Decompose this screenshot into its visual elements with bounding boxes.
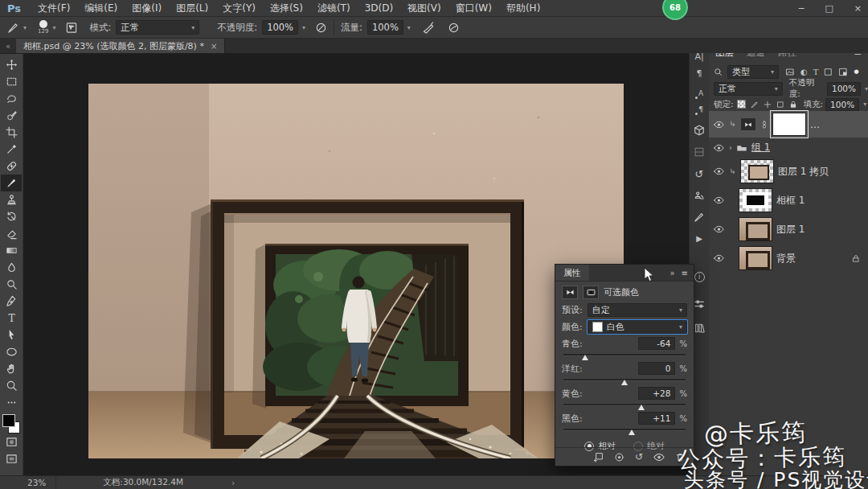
- pen-tool[interactable]: [1, 293, 22, 310]
- hand-tool[interactable]: [1, 360, 22, 377]
- layer-row-layer1[interactable]: 图层 1: [709, 216, 868, 243]
- menu-select[interactable]: 选择(S): [263, 2, 310, 15]
- visibility-eye-icon[interactable]: [712, 254, 725, 262]
- layer-name[interactable]: …: [810, 119, 820, 130]
- screen-mode-toggle[interactable]: [1, 450, 22, 467]
- filter-type-select[interactable]: 类型 ▾: [727, 65, 779, 79]
- path-selection-tool[interactable]: [1, 327, 22, 343]
- layer-row-background[interactable]: 背景: [709, 244, 868, 272]
- properties-panel-icon[interactable]: [690, 144, 709, 160]
- pressure-opacity-icon[interactable]: [315, 22, 327, 34]
- filter-adjustment-layers-icon[interactable]: ◐: [800, 68, 808, 76]
- close-tab-icon[interactable]: ×: [211, 42, 217, 51]
- mask-link-icon[interactable]: [761, 121, 768, 129]
- selective-color-adjustment-icon[interactable]: [740, 117, 756, 131]
- mask-target-icon[interactable]: [583, 286, 599, 299]
- filter-shape-layers-icon[interactable]: [824, 68, 833, 76]
- layer-thumbnail[interactable]: [740, 159, 774, 183]
- layer-mask-thumbnail[interactable]: [739, 188, 772, 212]
- filter-type-layers-icon[interactable]: T: [813, 68, 819, 76]
- reset-icon[interactable]: ↺: [635, 451, 643, 462]
- clip-to-layer-icon[interactable]: [593, 452, 604, 462]
- slider-thumb[interactable]: [582, 355, 588, 360]
- filter-pixel-layers-icon[interactable]: [785, 68, 795, 76]
- visibility-eye-icon[interactable]: [712, 144, 725, 152]
- view-previous-state-icon[interactable]: [614, 452, 624, 462]
- 3d-panel-icon[interactable]: [690, 122, 709, 138]
- menu-view[interactable]: 视图(V): [400, 2, 448, 15]
- visibility-eye-icon[interactable]: [653, 452, 665, 462]
- menu-window[interactable]: 窗口(W): [448, 2, 499, 15]
- layer-blend-mode-select[interactable]: 正常 ▾: [714, 82, 783, 96]
- status-arrow-icon[interactable]: ›: [231, 478, 235, 487]
- gradient-tool[interactable]: [1, 242, 22, 259]
- brush-settings-panel-icon[interactable]: [690, 209, 709, 225]
- selective-color-adjustment-icon[interactable]: [562, 286, 578, 299]
- more-tools-icon[interactable]: [1, 394, 22, 411]
- layer-row-frame1[interactable]: 相框 1: [709, 187, 868, 214]
- eyedropper-tool[interactable]: [1, 141, 22, 158]
- blur-tool[interactable]: [1, 259, 22, 276]
- slider-value-input[interactable]: +11: [638, 412, 675, 425]
- foreground-background-swatches[interactable]: [2, 414, 20, 434]
- layer-row-selective-color[interactable]: …: [709, 111, 868, 138]
- brush-settings-toggle-icon[interactable]: [65, 22, 78, 34]
- panel-menu-icon[interactable]: ≡: [682, 269, 688, 277]
- crop-tool[interactable]: [1, 124, 22, 141]
- menu-layer[interactable]: 图层(L): [169, 2, 215, 15]
- visibility-eye-icon[interactable]: [712, 121, 725, 129]
- lock-transparency-icon[interactable]: [737, 100, 746, 109]
- zoom-level-input[interactable]: 23%: [0, 476, 56, 489]
- menu-file[interactable]: 文件(F): [31, 2, 77, 15]
- close-button[interactable]: ×: [854, 3, 862, 14]
- brush-tool[interactable]: [1, 175, 22, 191]
- character-styles-panel-icon[interactable]: A: [690, 85, 709, 101]
- slider-value-input[interactable]: 0: [638, 362, 675, 375]
- menu-help[interactable]: 帮助(H): [499, 2, 547, 15]
- dodge-tool[interactable]: [1, 276, 22, 293]
- layer-name[interactable]: 背景: [776, 252, 796, 265]
- move-tool[interactable]: [1, 56, 22, 73]
- eraser-tool[interactable]: [1, 225, 22, 242]
- collapse-panel-icon[interactable]: »: [669, 269, 674, 277]
- clone-source-panel-icon[interactable]: [690, 188, 709, 204]
- layer-row-layer1-copy[interactable]: 图层 1 拷贝: [709, 158, 868, 185]
- chevron-down-icon[interactable]: ▾: [865, 85, 868, 92]
- layer-name[interactable]: 图层 1: [776, 223, 805, 236]
- lock-artboard-icon[interactable]: [776, 101, 784, 109]
- history-brush-tool[interactable]: [1, 208, 22, 225]
- quick-selection-tool[interactable]: [1, 107, 22, 124]
- paragraph-styles-panel-icon[interactable]: ¶: [690, 101, 709, 117]
- visibility-eye-icon[interactable]: [712, 196, 725, 204]
- menu-type[interactable]: 文字(Y): [215, 2, 263, 15]
- layer-name[interactable]: 相框 1: [776, 194, 805, 208]
- properties-header[interactable]: 属性 » ≡: [555, 265, 694, 281]
- maximize-button[interactable]: □: [825, 3, 833, 14]
- layer-mask-thumbnail[interactable]: [772, 113, 806, 136]
- brush-tool-icon[interactable]: [7, 22, 19, 34]
- collapse-icon[interactable]: «: [0, 39, 16, 53]
- actions-panel-icon[interactable]: ▶: [690, 230, 709, 246]
- slider-track[interactable]: [563, 377, 686, 385]
- opacity-input[interactable]: 100%: [262, 20, 298, 35]
- layer-thumbnail[interactable]: [739, 246, 772, 270]
- lasso-tool[interactable]: [1, 90, 22, 107]
- lock-all-icon[interactable]: [789, 101, 797, 109]
- preset-select[interactable]: 自定 ▾: [588, 303, 687, 317]
- layer-name[interactable]: 图层 1 拷贝: [778, 165, 829, 179]
- tab-properties[interactable]: 属性: [555, 265, 589, 281]
- layer-name[interactable]: 组 1: [751, 141, 770, 154]
- slider-track[interactable]: [563, 352, 686, 360]
- slider-value-input[interactable]: -64: [638, 337, 675, 350]
- chevron-down-icon[interactable]: ▾: [302, 24, 305, 31]
- minimize-button[interactable]: ─: [799, 3, 805, 14]
- menu-3d[interactable]: 3D(D): [358, 2, 400, 14]
- pressure-size-icon[interactable]: [448, 22, 460, 34]
- filter-smart-objects-icon[interactable]: [838, 68, 848, 76]
- clone-stamp-tool[interactable]: [1, 191, 22, 208]
- group-expand-icon[interactable]: ›: [729, 143, 732, 152]
- menu-edit[interactable]: 编辑(E): [77, 2, 125, 15]
- foreground-color-swatch[interactable]: [2, 414, 15, 427]
- airbrush-icon[interactable]: [422, 22, 435, 34]
- slider-thumb[interactable]: [621, 380, 628, 385]
